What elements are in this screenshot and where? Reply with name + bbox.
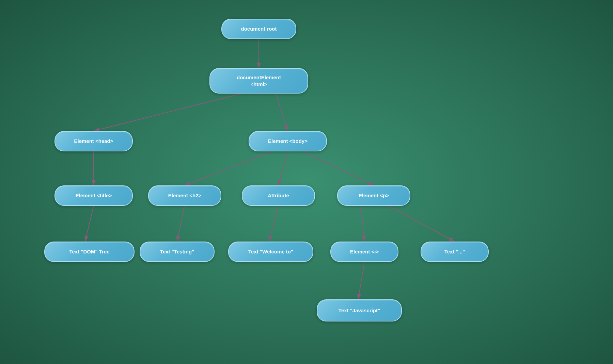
node-text-ellipsis: Text "..."	[421, 242, 489, 262]
node-text-dom-tree: Text "DOM" Tree	[44, 242, 135, 262]
svg-line-4	[177, 206, 185, 242]
svg-line-5	[269, 206, 278, 242]
node-document-element: documentElement<html>	[209, 68, 308, 94]
node-attribute: Attribute	[242, 185, 315, 206]
node-element-title: Element <title>	[54, 185, 133, 206]
node-element-head: Element <head>	[54, 131, 133, 151]
node-element-p: Element <p>	[337, 185, 410, 206]
node-text-welcome-to: Text "Welcome to"	[228, 242, 313, 262]
node-document-root: document root	[221, 19, 296, 39]
node-element-i: Element <i>	[330, 242, 398, 262]
connectors-svg	[17, 9, 596, 355]
dom-tree-diagram: document root documentElement<html> Elem…	[17, 9, 596, 355]
node-text-javascript: Text "Javascript"	[317, 299, 402, 321]
node-text-testing: Text "Testing"	[140, 242, 215, 262]
node-element-body: Element <body>	[249, 131, 327, 151]
node-element-h2: Element <h2>	[148, 185, 221, 206]
svg-line-3	[85, 206, 94, 242]
svg-line-6	[358, 262, 364, 299]
